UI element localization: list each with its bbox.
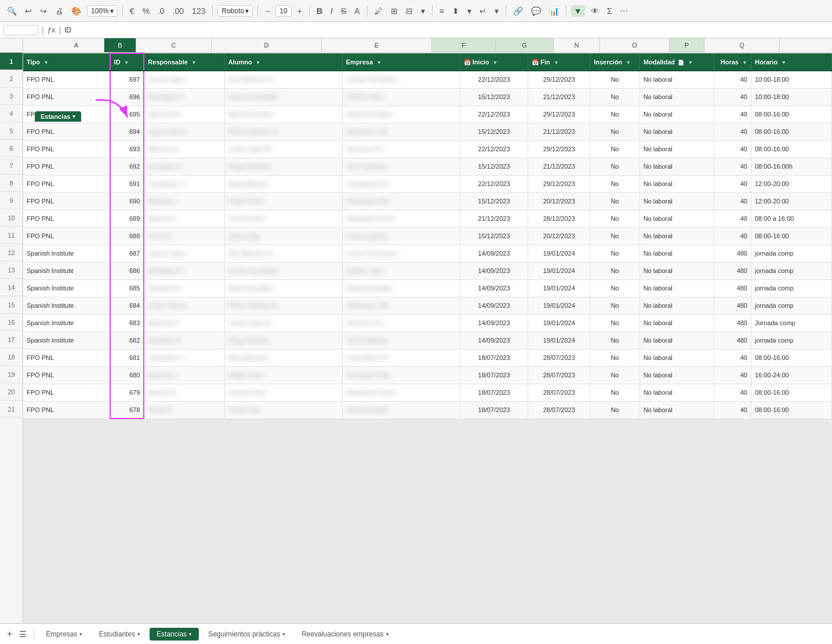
wrap-dropdown-icon[interactable]: ▾ <box>492 5 501 17</box>
table-cell[interactable]: 14/09/2023 <box>460 245 528 262</box>
table-cell[interactable]: Carmen Ruiz <box>224 384 342 401</box>
table-cell[interactable]: 19/01/2024 <box>528 245 590 262</box>
table-cell[interactable]: No <box>590 384 640 401</box>
tab-empresas-dropdown[interactable]: ▾ <box>79 631 82 637</box>
table-row[interactable]: Spanish Institute684López GarcíaPedro Sá… <box>23 297 832 314</box>
table-cell[interactable]: 686 <box>110 262 144 279</box>
filter-resp-icon[interactable]: ▼ <box>191 60 197 66</box>
more-icon[interactable]: ⋯ <box>617 5 630 17</box>
table-cell[interactable]: González R. <box>144 332 224 349</box>
italic-icon[interactable]: I <box>328 5 335 17</box>
table-cell[interactable]: Laura López M. <box>224 140 342 158</box>
table-cell[interactable]: 08:00-16:00 <box>751 384 831 401</box>
table-cell[interactable]: FPO PNL <box>23 401 110 419</box>
table-cell[interactable]: No laboral <box>640 210 714 227</box>
table-cell[interactable]: 29/12/2023 <box>528 105 590 123</box>
table-cell[interactable]: No laboral <box>640 158 714 175</box>
table-cell[interactable]: Spanish Institute <box>23 279 110 297</box>
filter-mod-icon[interactable]: ▼ <box>688 60 693 66</box>
zoom-selector[interactable]: 100% ▾ <box>87 5 118 17</box>
table-cell[interactable]: Javier Díaz <box>224 401 342 419</box>
table-cell[interactable]: 14/09/2023 <box>460 332 528 349</box>
format-123-icon[interactable]: 123 <box>190 5 208 17</box>
table-cell[interactable]: 688 <box>110 227 144 245</box>
table-cell[interactable]: 28/12/2023 <box>528 210 590 227</box>
tab-estudiantes[interactable]: Estudiantes ▾ <box>92 628 147 641</box>
table-cell[interactable]: Centro Formación <box>342 245 460 262</box>
table-row[interactable]: FPO PNL688Torres D.Javier DíazCentro Est… <box>23 227 832 245</box>
table-cell[interactable]: 21/12/2023 <box>528 158 590 175</box>
table-cell[interactable]: Javier Díaz <box>224 227 342 245</box>
valign-icon[interactable]: ⬍ <box>450 5 462 17</box>
table-row[interactable]: Spanish Institute687García LópezAna Mart… <box>23 245 832 262</box>
table-cell[interactable]: 08:00-16:00 <box>751 123 831 140</box>
add-sheet-button[interactable]: + <box>5 629 14 639</box>
col-header-Q[interactable]: Q <box>704 38 780 52</box>
table-cell[interactable]: 695 <box>110 105 144 123</box>
col-header-D[interactable]: D <box>212 38 322 52</box>
tab-estudiantes-dropdown[interactable]: ▾ <box>137 631 140 637</box>
table-cell[interactable]: No laboral <box>640 349 714 366</box>
table-cell[interactable]: 480 <box>714 245 751 262</box>
sigma-icon[interactable]: Σ <box>605 5 615 17</box>
table-cell[interactable]: 08:00-16:00 <box>751 105 831 123</box>
table-cell[interactable]: Centro Formación <box>342 71 460 88</box>
table-cell[interactable]: Servicios Pro <box>342 314 460 332</box>
table-cell[interactable]: 22/12/2023 <box>460 105 528 123</box>
table-cell[interactable]: No <box>590 349 640 366</box>
table-cell[interactable]: 678 <box>110 401 144 419</box>
table-cell[interactable]: No laboral <box>640 175 714 192</box>
table-cell[interactable]: No laboral <box>640 297 714 314</box>
currency-icon[interactable]: € <box>128 5 137 17</box>
table-cell[interactable]: 40 <box>714 210 751 227</box>
table-cell[interactable]: 693 <box>110 140 144 158</box>
table-row[interactable]: FPO PNL696Rodríguez P.Carlos FernándezIn… <box>23 88 832 105</box>
row-num-12[interactable]: 12 <box>0 244 23 261</box>
table-cell[interactable]: 40 <box>714 227 751 245</box>
table-cell[interactable]: Centro Estudio <box>342 227 460 245</box>
table-cell[interactable]: 22/12/2023 <box>460 175 528 192</box>
th-tipo[interactable]: Tipo ▼ <box>23 53 110 71</box>
table-cell[interactable]: Diego Ramírez <box>224 332 342 349</box>
row-num-19[interactable]: 19 <box>0 366 23 383</box>
col-header-C[interactable]: C <box>136 38 212 52</box>
table-cell[interactable]: Ramírez L. <box>144 366 224 384</box>
table-cell[interactable]: 480 <box>714 279 751 297</box>
table-cell[interactable]: No laboral <box>640 401 714 419</box>
table-cell[interactable]: FPO PNL <box>23 384 110 401</box>
table-row[interactable]: FPO PNL681Fernández C.Elena MorenoConsul… <box>23 349 832 366</box>
undo-icon[interactable]: ↩ <box>23 5 34 17</box>
decimal-up-icon[interactable]: .00 <box>170 5 186 17</box>
table-cell[interactable]: No <box>590 279 640 297</box>
percent-icon[interactable]: % <box>140 5 152 17</box>
table-cell[interactable]: Ana Martínez S. <box>224 71 342 88</box>
table-cell[interactable]: Moreno P. <box>144 210 224 227</box>
table-cell[interactable]: 480 <box>714 314 751 332</box>
table-cell[interactable]: No <box>590 314 640 332</box>
th-alumno[interactable]: Alumno ▼ <box>224 53 342 71</box>
table-cell[interactable]: Instituto Tech <box>342 88 460 105</box>
table-cell[interactable]: Elena Moreno <box>224 349 342 366</box>
row-num-7[interactable]: 7 <box>0 157 23 174</box>
row-num-15[interactable]: 15 <box>0 296 23 314</box>
table-cell[interactable]: 08:00-16:00h <box>751 158 831 175</box>
filter-inicio-icon[interactable]: ▼ <box>493 60 498 66</box>
table-cell[interactable]: Formación Plus <box>342 192 460 210</box>
table-cell[interactable]: 14/09/2023 <box>460 279 528 297</box>
table-cell[interactable]: 21/12/2023 <box>528 88 590 105</box>
font-size-increase-icon[interactable]: + <box>295 5 304 17</box>
font-color-icon[interactable]: A <box>352 5 362 17</box>
table-cell[interactable]: Spanish Institute <box>23 245 110 262</box>
table-cell[interactable]: jornada comp <box>751 332 831 349</box>
row-num-20[interactable]: 20 <box>0 383 23 401</box>
search-icon[interactable]: 🔍 <box>5 5 19 17</box>
filter-tipo-icon[interactable]: ▼ <box>43 60 49 66</box>
table-cell[interactable]: No <box>590 401 640 419</box>
table-row[interactable]: FPO PNL694López GarcíaPedro Sánchez R.So… <box>23 123 832 140</box>
table-cell[interactable]: 19/01/2024 <box>528 314 590 332</box>
table-cell[interactable]: FPO PNL <box>23 227 110 245</box>
table-cell[interactable]: 16:00-24:00 <box>751 366 831 384</box>
table-cell[interactable]: López García <box>144 123 224 140</box>
table-cell[interactable]: 19/01/2024 <box>528 279 590 297</box>
table-cell[interactable]: Torres D. <box>144 227 224 245</box>
